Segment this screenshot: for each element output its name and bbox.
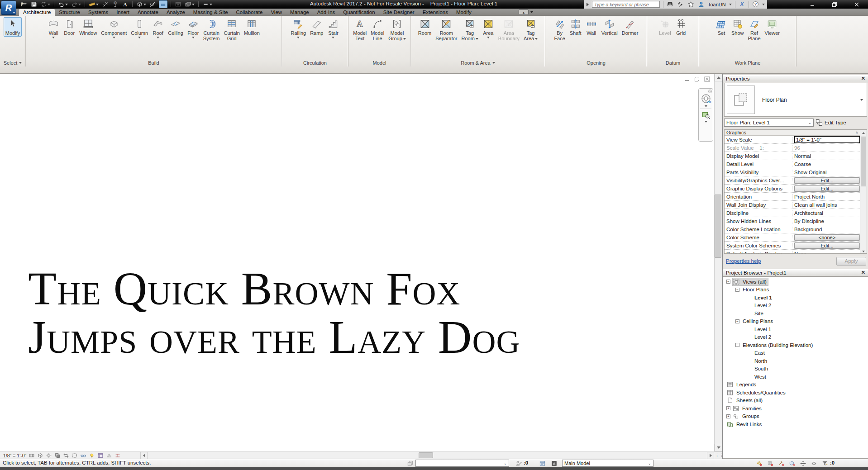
close-icon[interactable]: ✕ bbox=[861, 270, 865, 275]
sun-path-icon[interactable] bbox=[44, 452, 53, 459]
temporary-view-properties-icon[interactable] bbox=[96, 452, 105, 459]
tag-room-button[interactable]: 1TagRoom bbox=[459, 17, 480, 42]
set-button[interactable]: Set bbox=[714, 17, 729, 37]
property-value[interactable]: Normal bbox=[792, 153, 861, 159]
close-hidden-windows-icon[interactable] bbox=[174, 0, 182, 8]
property-value-editing[interactable]: 1/8" = 1'-0" bbox=[794, 136, 860, 143]
undo-icon[interactable] bbox=[57, 0, 68, 8]
curtain-grid-button[interactable]: CurtainGrid bbox=[222, 17, 241, 42]
tag-area-button[interactable]: 1TagArea bbox=[522, 17, 539, 42]
tab-modify[interactable]: Modify bbox=[452, 9, 476, 16]
tab-quantification[interactable]: Quantification bbox=[339, 9, 379, 16]
property-value[interactable]: Architectural bbox=[792, 210, 861, 216]
reveal-constraints-icon[interactable] bbox=[113, 452, 122, 459]
collapse-icon[interactable]: − bbox=[726, 280, 730, 284]
property-value[interactable]: Project North bbox=[792, 194, 861, 199]
model-line-button[interactable]: ModelLine bbox=[369, 17, 386, 42]
mullion-button[interactable]: Mullion bbox=[242, 17, 262, 37]
search-input[interactable] bbox=[592, 1, 660, 8]
signed-in-username[interactable]: ToanDN bbox=[708, 2, 726, 7]
view-minimize-icon[interactable] bbox=[684, 76, 690, 82]
zoom-region-icon[interactable] bbox=[701, 110, 711, 119]
select-links-icon[interactable] bbox=[756, 460, 763, 467]
model-group-button[interactable]: ModelGroup bbox=[386, 17, 408, 42]
save-icon[interactable] bbox=[30, 0, 38, 8]
section-icon[interactable] bbox=[149, 0, 157, 8]
model-text-button[interactable]: AModelText bbox=[351, 17, 368, 42]
tab-architecture[interactable]: Architecture bbox=[19, 9, 55, 16]
view-scale-button[interactable]: 1/8" = 1'-0" bbox=[0, 453, 27, 458]
navbar-close-icon[interactable] bbox=[708, 90, 712, 93]
tab-collaborate[interactable]: Collaborate bbox=[232, 9, 267, 16]
tab-massing-site[interactable]: Massing & Site bbox=[189, 9, 232, 16]
filter-icon[interactable] bbox=[821, 460, 829, 467]
tab-site-designer[interactable]: Site Designer bbox=[379, 9, 419, 16]
property-value[interactable]: Coarse bbox=[792, 161, 861, 167]
detail-level-icon[interactable] bbox=[27, 452, 36, 459]
horizontal-scrollbar[interactable] bbox=[140, 452, 714, 459]
visual-style-icon[interactable] bbox=[36, 452, 44, 459]
edit-type-button[interactable]: Edit Type bbox=[825, 120, 846, 125]
view-selector-dropdown[interactable]: Floor Plan: Level 1 ⌄ bbox=[724, 119, 814, 127]
search-rollout-icon[interactable] bbox=[587, 3, 589, 6]
scroll-up-icon[interactable] bbox=[715, 74, 722, 81]
reveal-hidden-elements-icon[interactable] bbox=[87, 452, 96, 459]
property-value[interactable]: Clean all wall joins bbox=[792, 202, 861, 208]
room-separator-button[interactable]: RoomSeparator bbox=[434, 17, 459, 42]
window-button[interactable]: Window bbox=[77, 17, 99, 37]
tab-structure[interactable]: Structure bbox=[55, 9, 84, 16]
modify-button[interactable]: Modify bbox=[4, 17, 22, 37]
room-button[interactable]: Room bbox=[416, 17, 433, 37]
railing-button[interactable]: Railing bbox=[289, 17, 308, 39]
select-pinned-icon[interactable] bbox=[777, 460, 785, 467]
collapse-icon[interactable]: − bbox=[735, 288, 739, 292]
worksets-icon[interactable] bbox=[406, 460, 414, 467]
expand-icon[interactable]: + bbox=[726, 406, 730, 410]
tree-item-legends[interactable]: Legends bbox=[723, 381, 868, 389]
application-menu-button[interactable]: R bbox=[1, 0, 16, 15]
property-button[interactable]: <none> bbox=[794, 234, 860, 241]
drag-on-selection-icon[interactable] bbox=[799, 460, 807, 467]
open-icon[interactable] bbox=[20, 0, 28, 8]
collapse-section-icon[interactable]: » bbox=[854, 131, 858, 133]
scroll-right-icon[interactable] bbox=[707, 452, 714, 459]
component-button[interactable]: Component bbox=[99, 17, 129, 39]
collapse-icon[interactable]: − bbox=[735, 343, 739, 347]
ref-plane-button[interactable]: RefPlane bbox=[746, 17, 762, 42]
properties-panel-header[interactable]: Properties ✕ bbox=[723, 75, 868, 82]
curtain-system-button[interactable]: CurtainSystem bbox=[201, 17, 222, 42]
tree-item-site[interactable]: Site bbox=[723, 309, 868, 318]
chevron-down-icon[interactable] bbox=[705, 121, 707, 123]
tree-item-north[interactable]: North bbox=[723, 357, 868, 365]
scroll-down-icon[interactable] bbox=[860, 248, 867, 254]
active-workset-dropdown[interactable]: ⌄ bbox=[415, 460, 509, 467]
select-underlay-icon[interactable] bbox=[767, 460, 774, 467]
horizontal-scroll-thumb[interactable] bbox=[419, 452, 433, 458]
synchronize-icon[interactable] bbox=[40, 0, 51, 8]
drawing-canvas[interactable]: The Quick Brown Fox Jumps over the Lazy … bbox=[0, 74, 714, 451]
graphics-section-header[interactable]: Graphics » bbox=[725, 130, 867, 136]
background-processes-icon[interactable] bbox=[810, 460, 818, 467]
show-crop-icon[interactable] bbox=[70, 452, 79, 459]
collapse-icon[interactable]: − bbox=[735, 319, 739, 323]
tab-systems[interactable]: Systems bbox=[84, 9, 112, 16]
tab-annotate[interactable]: Annotate bbox=[134, 9, 162, 16]
panel-label-select[interactable]: Select bbox=[0, 59, 25, 66]
view-restore-icon[interactable] bbox=[694, 76, 700, 82]
close-icon[interactable] bbox=[854, 2, 859, 7]
tree-item-level-2[interactable]: Level 2 bbox=[723, 333, 868, 342]
measure-icon[interactable] bbox=[88, 0, 99, 8]
type-selector[interactable]: Floor Plan bbox=[724, 83, 867, 117]
property-value[interactable]: 96 bbox=[792, 145, 861, 151]
vertical-scroll-thumb[interactable] bbox=[715, 195, 721, 258]
shadows-icon[interactable] bbox=[53, 452, 62, 459]
design-options-dialog-icon[interactable] bbox=[539, 460, 546, 467]
switch-windows-icon[interactable] bbox=[184, 0, 195, 8]
expand-icon[interactable]: + bbox=[726, 414, 730, 418]
scroll-down-icon[interactable] bbox=[715, 444, 722, 451]
edit-type-icon[interactable] bbox=[816, 119, 823, 126]
ribbon-collapse-button[interactable]: ▲ bbox=[519, 9, 529, 15]
vertical-opening-button[interactable]: Vertical bbox=[600, 17, 620, 37]
area-button[interactable]: Area bbox=[481, 17, 496, 39]
design-options-dropdown[interactable]: Main Model⌄ bbox=[562, 460, 653, 467]
